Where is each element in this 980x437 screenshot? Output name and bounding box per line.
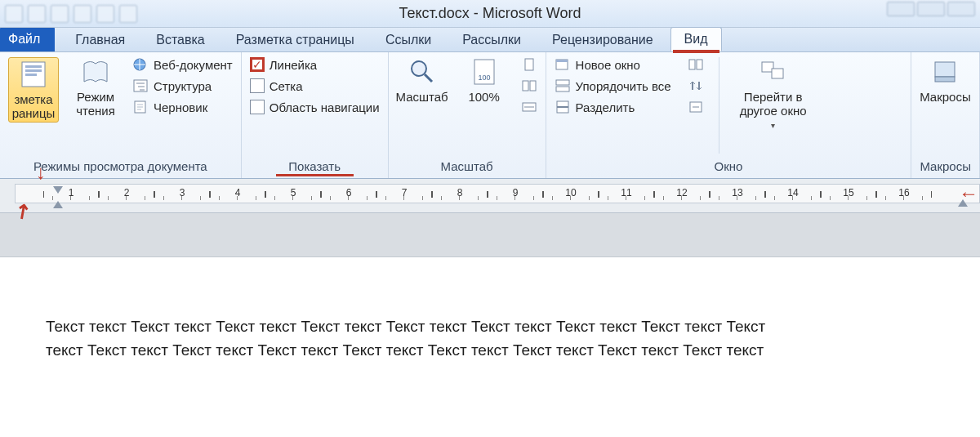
two-pages-icon[interactable] xyxy=(521,78,537,93)
svg-rect-3 xyxy=(25,74,37,76)
ruler-checkbox-row[interactable]: ✓ Линейка xyxy=(250,57,380,72)
svg-rect-19 xyxy=(530,81,536,91)
ribbon-tabs: Файл Главная Вставка Разметка страницы С… xyxy=(0,28,980,52)
ribbon: зметка раницы Режим чтения Веб-документ … xyxy=(0,52,980,179)
tab-mailings[interactable]: Рассылки xyxy=(448,27,535,51)
switch-windows-icon xyxy=(759,57,788,87)
navpane-checkbox[interactable] xyxy=(250,100,265,114)
svg-text:100: 100 xyxy=(478,74,490,82)
split-icon xyxy=(555,100,571,114)
page-layout-label: зметка раницы xyxy=(12,92,56,120)
chevron-down-icon: ▾ xyxy=(771,121,775,130)
page-layout-view-button[interactable]: зметка раницы xyxy=(8,57,59,123)
group-macros: Макросы Макросы xyxy=(911,52,980,178)
group-label-window: Окно xyxy=(555,158,903,176)
tab-view[interactable]: Вид xyxy=(670,27,722,51)
svg-rect-1 xyxy=(25,65,42,68)
tab-review[interactable]: Рецензирование xyxy=(538,27,667,51)
svg-point-13 xyxy=(412,61,426,76)
maximize-button[interactable] xyxy=(917,2,945,16)
title-bar: Текст.docx - Microsoft Word xyxy=(0,0,980,28)
ruler-tick: 5 xyxy=(265,185,321,203)
group-window: Новое окно Упорядочить все Разделить xyxy=(546,52,912,178)
svg-rect-17 xyxy=(525,59,533,70)
one-page-icon[interactable] xyxy=(521,57,537,72)
page-100-icon: 100 xyxy=(470,57,499,87)
web-layout-label: Веб-документ xyxy=(154,58,233,72)
minimize-button[interactable] xyxy=(887,2,915,16)
ruler-checkbox[interactable]: ✓ xyxy=(250,57,265,72)
web-layout-button[interactable]: Веб-документ xyxy=(132,57,233,72)
navpane-label: Область навигации xyxy=(270,100,380,114)
group-label-show: Показать xyxy=(250,158,380,176)
reading-view-button[interactable]: Режим чтения xyxy=(70,57,121,118)
horizontal-ruler[interactable]: 12345678910111213141516 xyxy=(15,184,980,203)
new-window-button[interactable]: Новое окно xyxy=(555,57,671,72)
outline-icon xyxy=(132,78,149,93)
ruler-tick: 11 xyxy=(599,185,654,203)
ruler-tick: 15 xyxy=(821,185,876,203)
outline-view-button[interactable]: Структура xyxy=(132,78,233,93)
ruler-label: Линейка xyxy=(270,58,317,72)
ruler-tick: 12 xyxy=(654,185,710,203)
zoom-100-button[interactable]: 100 100% xyxy=(459,57,510,104)
gridlines-checkbox[interactable] xyxy=(250,78,265,93)
new-window-label: Новое окно xyxy=(576,58,640,72)
macros-label: Макросы xyxy=(920,90,971,104)
annotation-arrow-top: ↓ xyxy=(36,161,46,184)
group-document-views: зметка раницы Режим чтения Веб-документ … xyxy=(0,52,242,178)
page-width-icon[interactable] xyxy=(521,100,537,114)
ruler-tick: 4 xyxy=(210,185,265,203)
tab-references[interactable]: Ссылки xyxy=(372,27,445,51)
window-title: Текст.docx - Microsoft Word xyxy=(0,5,980,22)
document-text-line: текст Текст текст Текст текст Текст текс… xyxy=(46,338,934,362)
draft-label: Черновик xyxy=(154,100,207,114)
reset-pos-icon[interactable] xyxy=(688,100,704,114)
svg-rect-18 xyxy=(523,81,528,91)
draft-view-button[interactable]: Черновик xyxy=(132,100,233,114)
zoom-button[interactable]: Масштаб xyxy=(397,57,448,104)
new-window-icon xyxy=(555,57,571,72)
ruler-tick: 14 xyxy=(765,185,821,203)
annotation-arrow-right: ← xyxy=(959,182,978,205)
svg-rect-28 xyxy=(697,60,702,69)
ruler-tick: 2 xyxy=(99,185,154,203)
ruler-tick: 6 xyxy=(321,185,376,203)
ruler-tick: 10 xyxy=(543,185,599,203)
group-zoom: Масштаб 100 100% Масштаб xyxy=(389,52,546,178)
tab-insert[interactable]: Вставка xyxy=(142,27,218,51)
switch-windows-button[interactable]: Перейти в другое окно ▾ xyxy=(734,57,813,130)
ruler-tick: 9 xyxy=(488,185,543,203)
document-text-line: Текст текст Текст текст Текст текст Текс… xyxy=(46,314,934,338)
draft-icon xyxy=(132,100,149,114)
navpane-checkbox-row[interactable]: Область навигации xyxy=(250,100,380,114)
svg-rect-22 xyxy=(556,60,568,62)
reading-view-icon xyxy=(81,57,110,87)
split-button[interactable]: Разделить xyxy=(555,100,671,114)
page-layout-icon xyxy=(19,60,48,89)
svg-rect-31 xyxy=(772,69,783,78)
close-button[interactable] xyxy=(947,2,975,16)
arrange-all-button[interactable]: Упорядочить все xyxy=(555,78,671,93)
sync-scroll-icon[interactable] xyxy=(688,78,704,93)
side-by-side-icon[interactable] xyxy=(688,57,704,72)
magnifier-icon xyxy=(408,57,437,87)
svg-rect-2 xyxy=(25,69,42,72)
reading-view-label: Режим чтения xyxy=(76,90,115,118)
macros-icon xyxy=(930,57,960,87)
group-show: ✓ Линейка Сетка Область навигации Показа… xyxy=(242,52,389,178)
svg-rect-27 xyxy=(689,60,695,69)
arrange-all-label: Упорядочить все xyxy=(576,79,671,93)
tab-page-layout[interactable]: Разметка страницы xyxy=(222,27,368,51)
gridlines-checkbox-row[interactable]: Сетка xyxy=(250,78,380,93)
ruler-area: ↓ 12345678910111213141516 ↗ ← xyxy=(0,179,980,213)
svg-rect-32 xyxy=(935,62,955,77)
zoom-100-label: 100% xyxy=(468,90,499,104)
tab-file[interactable]: Файл xyxy=(0,27,55,51)
ruler-tick: 8 xyxy=(432,185,488,203)
macros-button[interactable]: Макросы xyxy=(920,57,970,104)
document-page[interactable]: Текст текст Текст текст Текст текст Текс… xyxy=(0,257,980,363)
ruler-tick: 16 xyxy=(876,185,932,203)
ruler-tick: 3 xyxy=(154,185,210,203)
tab-home[interactable]: Главная xyxy=(61,27,139,51)
